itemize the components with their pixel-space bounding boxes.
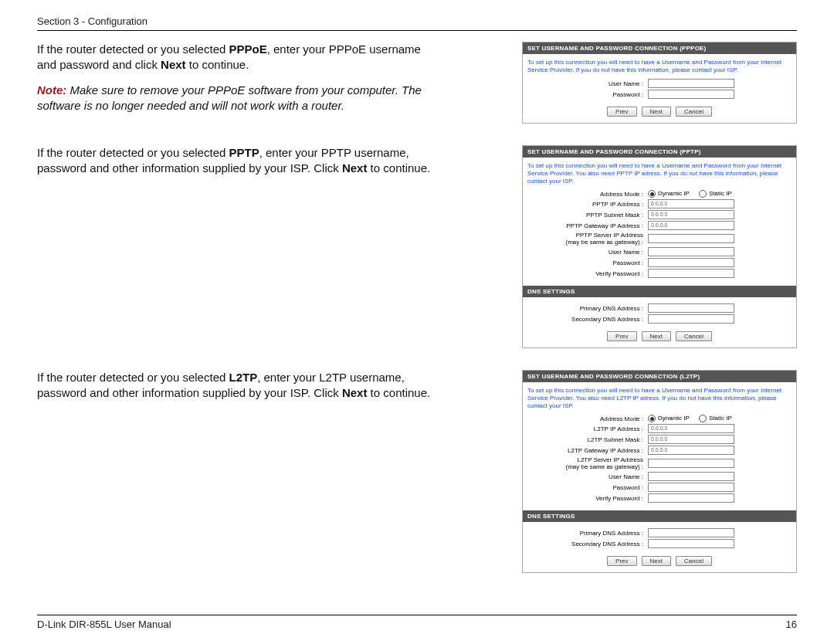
text-input[interactable]	[648, 483, 734, 492]
field-label: Password :	[527, 91, 648, 98]
field-label: PPTP Subnet Mask :	[527, 212, 648, 219]
text-input[interactable]	[648, 258, 734, 267]
footer-title: D-Link DIR-855L User Manual	[37, 619, 171, 630]
text-input[interactable]: 0.0.0.0	[648, 435, 734, 444]
dns-title: DNS SETTINGS	[523, 510, 796, 522]
dns-title: DNS SETTINGS	[523, 286, 796, 297]
form-row: PPTP Server IP Address(may be same as ga…	[527, 232, 792, 246]
form-row: Verify Password :	[527, 269, 792, 278]
screenshot-column: SET USERNAME AND PASSWORD CONNECTION (PP…	[454, 145, 797, 348]
input-value: 0.0.0.0	[649, 446, 734, 454]
text-input[interactable]	[648, 528, 734, 537]
radio-static-ip[interactable]	[699, 415, 707, 422]
address-mode-row: Address Mode :Dynamic IP Static IP	[527, 190, 792, 198]
form-row: User Name :	[527, 79, 792, 88]
text-input[interactable]	[648, 269, 734, 278]
form-row: User Name :	[527, 247, 792, 256]
form-row: L2TP Subnet Mask :0.0.0.0	[527, 435, 792, 444]
page-footer: D-Link DIR-855L User Manual 16	[37, 615, 797, 630]
instruction-paragraph: If the router detected or you selected P…	[37, 145, 439, 177]
field-label: Password :	[527, 484, 648, 491]
text-input[interactable]	[648, 234, 734, 243]
footer-page-number: 16	[786, 619, 797, 630]
text-input[interactable]: 0.0.0.0	[648, 199, 734, 208]
radio-label: Static IP	[709, 190, 732, 197]
cancel-button[interactable]: Cancel	[676, 556, 712, 566]
prev-button[interactable]: Prev	[607, 331, 636, 341]
address-mode-row: Address Mode :Dynamic IP Static IP	[527, 415, 792, 422]
prev-button[interactable]: Prev	[607, 107, 636, 117]
field-label: L2TP Server IP Address(may be same as ga…	[527, 456, 648, 470]
next-button[interactable]: Next	[642, 107, 671, 117]
text-input[interactable]	[648, 314, 734, 324]
form-row: Primary DNS Address :	[527, 303, 792, 313]
screenshot-column: SET USERNAME AND PASSWORD CONNECTION (L2…	[454, 370, 797, 573]
field-label: Address Mode :	[527, 415, 648, 422]
prev-button[interactable]: Prev	[607, 556, 636, 566]
field-label: PPTP Server IP Address(may be same as ga…	[527, 232, 648, 246]
text-input[interactable]: 0.0.0.0	[648, 424, 734, 433]
input-value: 0.0.0.0	[649, 425, 734, 432]
text-input[interactable]	[648, 459, 734, 468]
panel-description: To set up this connection you will need …	[527, 59, 792, 74]
text-input[interactable]	[648, 493, 734, 503]
field-label: Secondary DNS Address :	[527, 316, 648, 323]
doc-row: If the router detected or you selected L…	[37, 370, 797, 573]
radio-label: Dynamic IP	[658, 415, 691, 422]
field-label: Password :	[527, 259, 648, 266]
screenshot-column: SET USERNAME AND PASSWORD CONNECTION (PP…	[454, 42, 797, 124]
text-input[interactable]	[648, 90, 734, 99]
text-input[interactable]: 0.0.0.0	[648, 446, 734, 455]
form-row: L2TP IP Address :0.0.0.0	[527, 424, 792, 433]
button-row: PrevNextCancel	[527, 100, 792, 117]
field-label: User Name :	[527, 80, 648, 87]
form-row: Secondary DNS Address :	[527, 539, 792, 548]
panel-title: SET USERNAME AND PASSWORD CONNECTION (L2…	[523, 371, 796, 382]
form-row: Password :	[527, 90, 792, 99]
text-input[interactable]	[648, 539, 734, 548]
config-panel: SET USERNAME AND PASSWORD CONNECTION (L2…	[522, 370, 797, 573]
page-header: Section 3 - Configuration	[37, 15, 797, 31]
radio-dynamic-ip[interactable]	[648, 190, 656, 198]
form-row: User Name :	[527, 472, 792, 481]
text-input[interactable]	[648, 303, 734, 313]
text-input[interactable]	[648, 472, 734, 481]
instruction-paragraph: If the router detected or you selected L…	[37, 370, 439, 402]
address-mode-options: Dynamic IP Static IP	[648, 415, 740, 422]
field-label: L2TP Gateway IP Address :	[527, 447, 648, 454]
input-value: 0.0.0.0	[649, 436, 734, 443]
form-row: Secondary DNS Address :	[527, 314, 792, 324]
panel-description: To set up this connection you will need …	[527, 387, 792, 410]
text-input[interactable]: 0.0.0.0	[648, 221, 734, 230]
field-label: PPTP IP Address :	[527, 201, 648, 208]
input-value: 0.0.0.0	[649, 222, 734, 229]
text-input[interactable]	[648, 79, 734, 88]
form-row: L2TP Server IP Address(may be same as ga…	[527, 456, 792, 470]
instruction-text: If the router detected or you selected P…	[37, 42, 454, 123]
cancel-button[interactable]: Cancel	[676, 107, 712, 117]
form-row: PPTP IP Address :0.0.0.0	[527, 199, 792, 208]
radio-static-ip[interactable]	[699, 190, 707, 198]
next-button[interactable]: Next	[642, 556, 671, 566]
form-row: Primary DNS Address :	[527, 528, 792, 537]
instruction-text: If the router detected or you selected P…	[37, 145, 454, 186]
field-label: Verify Password :	[527, 270, 648, 277]
panel-title: SET USERNAME AND PASSWORD CONNECTION (PP…	[523, 146, 796, 158]
input-value: 0.0.0.0	[649, 200, 734, 208]
text-input[interactable]: 0.0.0.0	[648, 210, 734, 219]
form-row: PPTP Subnet Mask :0.0.0.0	[527, 210, 792, 219]
field-label: Secondary DNS Address :	[527, 541, 648, 547]
form-row: Password :	[527, 483, 792, 492]
field-label: L2TP IP Address :	[527, 425, 648, 432]
next-button[interactable]: Next	[642, 331, 671, 341]
cancel-button[interactable]: Cancel	[676, 331, 712, 341]
radio-dynamic-ip[interactable]	[648, 415, 656, 422]
field-label: User Name :	[527, 473, 648, 480]
instruction-paragraph: If the router detected or you selected P…	[37, 42, 439, 73]
field-label: User Name :	[527, 249, 648, 256]
note-paragraph: Note: Make sure to remove your PPPoE sof…	[37, 83, 439, 114]
doc-row: If the router detected or you selected P…	[37, 145, 797, 348]
field-label: Primary DNS Address :	[527, 530, 648, 537]
text-input[interactable]	[648, 247, 734, 256]
field-label: Primary DNS Address :	[527, 305, 648, 312]
